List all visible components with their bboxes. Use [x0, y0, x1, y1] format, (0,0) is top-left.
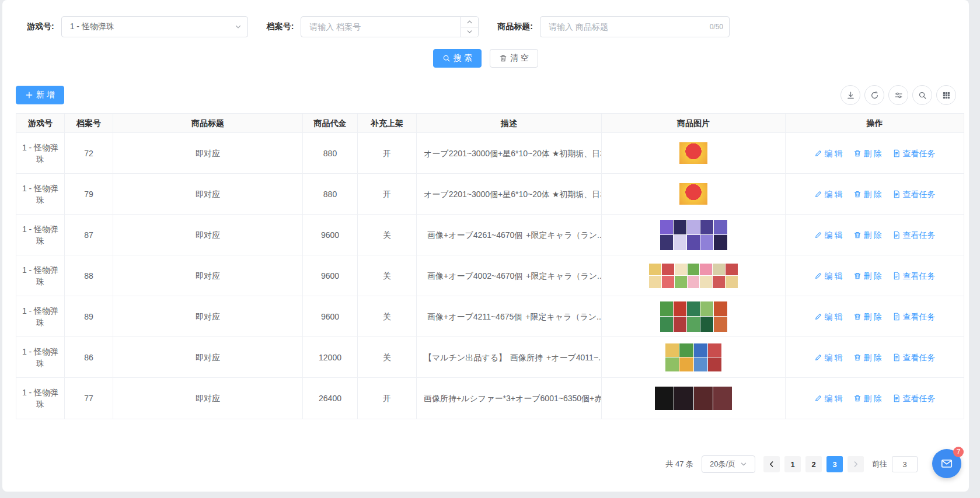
- product-image-thumbnail[interactable]: [649, 264, 738, 288]
- cell-actions: 编辑删除查看任务: [786, 337, 964, 378]
- archive-input[interactable]: [301, 22, 461, 31]
- edit-link[interactable]: 编辑: [814, 392, 843, 404]
- delete-link[interactable]: 删除: [853, 229, 882, 241]
- thumbnail-tile: [655, 387, 674, 410]
- table-header-row: 游戏号档案号商品标题商品代金补充上架描述商品图片操作: [16, 114, 964, 133]
- chevron-down-icon: [466, 29, 473, 35]
- product-image-thumbnail[interactable]: [660, 220, 727, 250]
- delete-link-label: 删除: [864, 311, 884, 322]
- thumbnail-tile: [700, 220, 713, 235]
- refresh-icon: [870, 91, 879, 100]
- add-button[interactable]: 新增: [16, 86, 64, 104]
- notification-badge: 7: [953, 447, 964, 457]
- delete-link[interactable]: 删除: [853, 392, 882, 404]
- view-tasks-link-label: 查看任务: [903, 352, 936, 363]
- pagination-next-button[interactable]: [848, 456, 864, 472]
- edit-link[interactable]: 编辑: [814, 229, 843, 241]
- trash-icon: [853, 231, 862, 239]
- cell-title: 即对应: [113, 378, 303, 419]
- delete-link[interactable]: 删除: [853, 270, 882, 282]
- view-tasks-link[interactable]: 查看任务: [892, 352, 936, 363]
- table-tool-icons: [841, 85, 956, 105]
- pagination-prev-button[interactable]: [763, 456, 780, 472]
- stepper-down-button[interactable]: [461, 27, 478, 37]
- product-image-thumbnail[interactable]: [665, 343, 721, 371]
- column-header-3: 商品代金: [303, 114, 358, 133]
- page-size-select[interactable]: 20条/页: [702, 455, 755, 473]
- cell-price: 26400: [303, 378, 358, 419]
- download-icon: [846, 91, 855, 100]
- edit-link[interactable]: 编辑: [814, 188, 843, 200]
- cell-game: 1 - 怪物弹珠: [16, 296, 65, 337]
- doc-icon: [892, 272, 901, 280]
- filter-tool-button[interactable]: [888, 85, 908, 105]
- edit-icon: [814, 272, 822, 280]
- view-tasks-link[interactable]: 查看任务: [892, 229, 936, 241]
- title-input[interactable]: [540, 22, 710, 31]
- game-select[interactable]: 1 - 怪物弹珠: [61, 16, 248, 37]
- cell-archive: 86: [65, 337, 113, 378]
- clear-button[interactable]: 清空: [490, 49, 538, 68]
- delete-link[interactable]: 删除: [853, 352, 882, 363]
- thumbnail-tile: [713, 264, 725, 276]
- cell-image: [602, 378, 786, 419]
- thumbnail-tile: [694, 343, 707, 357]
- edit-link[interactable]: 编辑: [814, 352, 843, 363]
- chevron-down-icon: [235, 23, 242, 30]
- thumbnail-tile: [694, 357, 707, 371]
- view-tasks-link[interactable]: 查看任务: [892, 188, 936, 200]
- title-char-counter: 0/50: [710, 23, 729, 31]
- cell-image: [602, 337, 786, 378]
- cell-restock: 关: [358, 337, 417, 378]
- download-tool-button[interactable]: [841, 85, 860, 105]
- thumbnail-tile: [688, 276, 700, 288]
- grid-icon: [942, 91, 951, 100]
- stepper-up-button[interactable]: [461, 17, 478, 27]
- pagination-page-2[interactable]: 2: [805, 456, 822, 472]
- delete-link-label: 删除: [864, 148, 884, 159]
- view-tasks-link[interactable]: 查看任务: [892, 270, 936, 282]
- column-header-4: 补充上架: [358, 114, 417, 133]
- delete-link[interactable]: 删除: [853, 188, 882, 200]
- support-chat-button[interactable]: 7: [932, 449, 961, 478]
- cell-description: オーブ2201~3000個+星6*10~20体 ★初期垢、日本語...: [417, 133, 602, 174]
- product-image-thumbnail[interactable]: [655, 387, 732, 410]
- pagination-page-1[interactable]: 1: [784, 456, 801, 472]
- thumbnail-tile: [660, 235, 673, 250]
- edit-link[interactable]: 编辑: [814, 270, 843, 282]
- grid-tool-button[interactable]: [936, 85, 956, 105]
- edit-link[interactable]: 编辑: [814, 148, 843, 159]
- cell-restock: 关: [358, 215, 417, 255]
- cell-game: 1 - 怪物弹珠: [16, 133, 65, 174]
- thumbnail-tile: [708, 357, 721, 371]
- search-tool-button[interactable]: [912, 85, 932, 105]
- delete-link[interactable]: 删除: [853, 311, 882, 322]
- page-buttons: 123: [763, 456, 864, 472]
- thumbnail-tile: [679, 183, 707, 205]
- archive-filter-group: 档案号:: [267, 16, 479, 37]
- delete-link[interactable]: 删除: [853, 148, 882, 159]
- trash-icon: [853, 353, 862, 362]
- edit-icon: [814, 149, 822, 157]
- view-tasks-link[interactable]: 查看任务: [892, 392, 936, 404]
- edit-link-label: 编辑: [825, 392, 845, 404]
- product-image-thumbnail[interactable]: [679, 183, 707, 205]
- thumbnail-tile: [675, 264, 687, 276]
- product-image-thumbnail[interactable]: [679, 142, 707, 164]
- trash-icon: [853, 394, 862, 402]
- view-tasks-link[interactable]: 查看任务: [892, 311, 936, 322]
- edit-link[interactable]: 编辑: [814, 311, 843, 322]
- view-tasks-link[interactable]: 查看任务: [892, 148, 936, 159]
- thumbnail-tile: [675, 276, 687, 288]
- thumbnail-tile: [679, 142, 707, 164]
- product-image-thumbnail[interactable]: [660, 301, 727, 332]
- cell-price: 12000: [303, 337, 358, 378]
- cell-actions: 编辑删除查看任务: [786, 215, 964, 255]
- pagination-page-3[interactable]: 3: [826, 456, 843, 472]
- filter-bar: 游戏号: 1 - 怪物弹珠 档案号:: [2, 0, 969, 37]
- table-row: 1 - 怪物弹珠88即对应9600关 画像+オーブ4002~4670個 +限定キ…: [16, 255, 964, 296]
- search-button[interactable]: 搜索: [433, 49, 482, 68]
- refresh-tool-button[interactable]: [864, 85, 884, 105]
- thumbnail-tile: [700, 301, 713, 317]
- goto-page-input[interactable]: [892, 456, 918, 472]
